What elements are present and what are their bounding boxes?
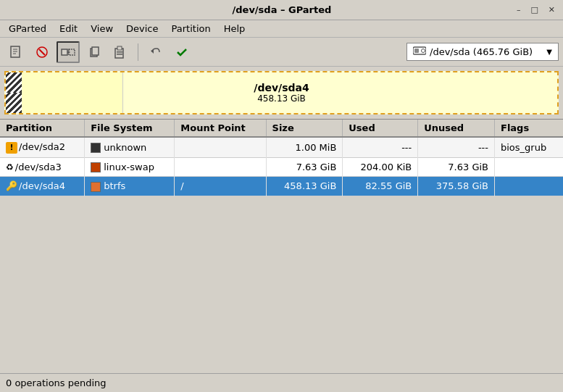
resize-button[interactable]: [57, 41, 80, 63]
cell-mount-point: [175, 137, 266, 157]
col-unused: Unused: [418, 120, 495, 137]
cell-mount-point: /: [175, 177, 266, 196]
cell-used: ---: [343, 137, 418, 157]
menu-item-edit[interactable]: Edit: [54, 22, 83, 36]
cell-filesystem: btrfs: [85, 177, 175, 196]
svg-rect-18: [414, 49, 419, 53]
device-selector[interactable]: /dev/sda (465.76 GiB) ▼: [406, 43, 559, 61]
col-partition: Partition: [0, 120, 85, 137]
svg-rect-11: [92, 47, 99, 55]
table-header-row: Partition File System Mount Point Size U…: [0, 120, 563, 137]
menu-item-gparted[interactable]: GParted: [3, 22, 52, 36]
col-used: Used: [343, 120, 418, 137]
device-selector-arrow: ▼: [546, 48, 552, 56]
copy-button[interactable]: [83, 41, 106, 63]
recycle-icon: ♻: [6, 162, 14, 172]
cell-size: 458.13 GiB: [266, 177, 343, 196]
partition-table: Partition File System Mount Point Size U…: [0, 119, 563, 373]
fs-color-box: [91, 143, 101, 153]
window-title: /dev/sda – GParted: [233, 4, 332, 15]
paste-button[interactable]: [109, 41, 132, 63]
undo-button[interactable]: [144, 41, 167, 63]
device-selector-icon: [413, 46, 426, 58]
svg-rect-15: [117, 54, 122, 55]
menu-bar: GPartedEditViewDevicePartitionHelp: [0, 20, 563, 38]
cell-partition: 🔑/dev/sda4: [0, 177, 85, 196]
cell-filesystem: unknown: [85, 137, 175, 157]
key-icon: 🔑: [6, 180, 17, 191]
menu-item-view[interactable]: View: [85, 22, 119, 36]
menu-item-partition[interactable]: Partition: [166, 22, 217, 36]
col-mount-point: Mount Point: [175, 120, 266, 137]
cell-unused: ---: [418, 137, 495, 157]
disk-partition-label: /dev/sda4: [254, 82, 309, 93]
col-size: Size: [266, 120, 343, 137]
cell-size: 7.63 GiB: [266, 157, 343, 177]
disk-visual-stripe: [6, 72, 22, 113]
svg-line-5: [39, 49, 45, 55]
cell-partition: ♻/dev/sda3: [0, 157, 85, 177]
delete-button[interactable]: [30, 41, 54, 63]
col-flags: Flags: [495, 120, 564, 137]
window-controls: – □ ✕: [514, 5, 557, 14]
status-text: 0 operations pending: [6, 378, 107, 388]
toolbar: /dev/sda (465.76 GiB) ▼: [0, 38, 563, 67]
disk-visual: /dev/sda4 458.13 GiB: [4, 71, 559, 114]
table-body: !/dev/sda2 unknown 1.00 MiB --- --- bios…: [0, 137, 563, 196]
svg-rect-13: [117, 46, 122, 50]
cell-used: 82.55 GiB: [343, 177, 418, 196]
cell-flags: bios_grub: [495, 137, 564, 157]
cell-unused: 375.58 GiB: [418, 177, 495, 196]
stripe-top: [6, 72, 22, 93]
title-bar: /dev/sda – GParted – □ ✕: [0, 0, 563, 20]
svg-marker-9: [68, 51, 70, 54]
cell-used: 204.00 KiB: [343, 157, 418, 177]
cell-flags: [495, 157, 564, 177]
fs-color-box: [91, 182, 101, 192]
cell-mount-point: [175, 157, 266, 177]
cell-unused: 7.63 GiB: [418, 157, 495, 177]
new-button[interactable]: [4, 41, 28, 63]
table-row[interactable]: 🔑/dev/sda4 btrfs / 458.13 GiB 82.55 GiB …: [0, 177, 563, 196]
close-button[interactable]: ✕: [546, 5, 557, 14]
svg-rect-14: [117, 51, 122, 53]
warning-icon: !: [6, 142, 17, 154]
status-bar: 0 operations pending: [0, 373, 563, 392]
minimize-button[interactable]: –: [514, 5, 523, 14]
svg-point-19: [422, 49, 425, 53]
cell-flags: [495, 177, 564, 196]
fs-color-box: [91, 162, 101, 172]
menu-item-device[interactable]: Device: [120, 22, 164, 36]
stripe-bottom: [6, 93, 22, 113]
cell-filesystem: linux-swap: [85, 157, 175, 177]
cell-partition: !/dev/sda2: [0, 137, 85, 157]
cell-size: 1.00 MiB: [266, 137, 343, 157]
disk-partition-size: 458.13 GiB: [257, 93, 306, 104]
partitions-table: Partition File System Mount Point Size U…: [0, 120, 563, 196]
col-filesystem: File System: [85, 120, 175, 137]
toolbar-separator: [138, 43, 138, 61]
device-selector-label: /dev/sda (465.76 GiB): [430, 46, 533, 57]
apply-button[interactable]: [170, 41, 193, 63]
maximize-button[interactable]: □: [528, 5, 540, 14]
menu-item-help[interactable]: Help: [218, 22, 251, 36]
table-row[interactable]: !/dev/sda2 unknown 1.00 MiB --- --- bios…: [0, 137, 563, 157]
disk-partition-used: [22, 72, 123, 113]
svg-rect-6: [62, 49, 67, 55]
table-row[interactable]: ♻/dev/sda3 linux-swap 7.63 GiB 204.00 Ki…: [0, 157, 563, 177]
disk-info: /dev/sda4 458.13 GiB: [254, 82, 309, 104]
